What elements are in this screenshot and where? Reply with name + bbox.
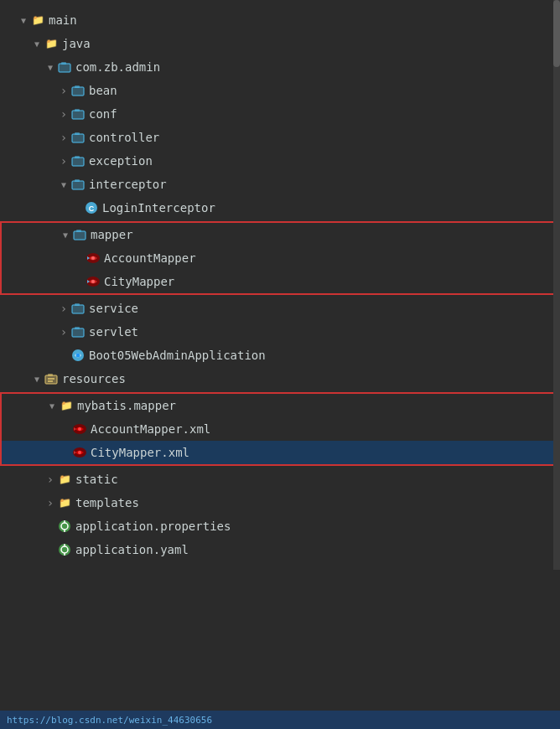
svg-rect-20 <box>74 231 86 240</box>
svg-text:C: C <box>89 204 95 213</box>
svg-rect-0 <box>59 64 70 72</box>
arrow-mybatis <box>45 401 59 411</box>
tree-item-servlet[interactable]: servlet <box>0 320 560 344</box>
arrow-java <box>30 39 44 49</box>
svg-point-41 <box>78 427 81 431</box>
svg-rect-37 <box>48 374 53 376</box>
label-accountmapper-xml: AccountMapper.xml <box>91 422 210 436</box>
tree-item-app-yaml[interactable]: application.yaml <box>0 538 560 561</box>
folder-pkg-icon-exception <box>70 153 86 168</box>
tree-item-com.zb.admin[interactable]: com.zb.admin <box>0 55 560 79</box>
folder-icon-mybatis: 📁 <box>59 398 74 413</box>
label-app-yaml: application.yaml <box>75 543 189 556</box>
bottom-bar: https://blog.csdn.net/weixin_44630656 <box>0 711 560 729</box>
tree-item-templates[interactable]: 📁 templates <box>0 491 560 514</box>
svg-rect-17 <box>75 179 80 182</box>
label-java: java <box>62 37 91 50</box>
folder-pkg-icon-service <box>70 301 86 316</box>
label-bean: bean <box>89 84 117 97</box>
folder-pkg-icon-servlet <box>70 324 86 339</box>
svg-rect-2 <box>61 62 66 65</box>
yaml-file-icon <box>57 542 72 557</box>
tree-item-mapper[interactable]: mapper <box>2 223 555 246</box>
label-interceptor: interceptor <box>89 178 167 191</box>
arrow-main <box>17 16 30 25</box>
tree-item-citymapper-xml[interactable]: CityMapper.xml <box>2 441 555 464</box>
label-citymapper: CityMapper <box>104 275 174 288</box>
folder-pkg-icon-conf <box>70 106 86 122</box>
xml-mapper-icon-account <box>72 421 87 437</box>
svg-rect-22 <box>76 230 81 232</box>
tree-item-boot05[interactable]: Boot05WebAdminApplication <box>0 344 560 367</box>
folder-pkg-icon-controller <box>70 130 86 145</box>
props-file-icon <box>57 519 72 534</box>
arrow-servlet <box>57 325 70 339</box>
label-mybatis: mybatis.mapper <box>77 399 176 412</box>
arrow-exception <box>57 154 70 168</box>
tree-item-resources[interactable]: resources <box>0 367 560 390</box>
label-accountmapper: AccountMapper <box>104 251 196 265</box>
label-controller: controller <box>89 131 159 144</box>
arrow-interceptor <box>57 180 70 189</box>
label-app-props: application.properties <box>75 520 231 533</box>
tree-item-bean[interactable]: bean <box>0 79 560 102</box>
label-conf: conf <box>89 107 117 121</box>
folder-icon-java: 📁 <box>44 36 59 51</box>
label-main: main <box>49 13 77 27</box>
svg-rect-32 <box>75 327 80 329</box>
tree-item-accountmapper-xml[interactable]: AccountMapper.xml <box>2 417 555 441</box>
folder-res-icon <box>44 371 59 386</box>
tree-item-controller[interactable]: controller <box>0 126 560 149</box>
java-class-icon-login: C <box>84 200 99 215</box>
xml-mapper-icon-city <box>72 445 87 460</box>
tree-item-java[interactable]: 📁 java <box>0 32 560 55</box>
tree-item-mybatis-mapper[interactable]: 📁 mybatis.mapper <box>2 394 555 417</box>
mapper-highlighted-box: mapper AccountMapper <box>0 221 557 295</box>
svg-rect-9 <box>72 134 84 142</box>
label-logininterceptor: LoginInterceptor <box>102 201 215 215</box>
label-mapper: mapper <box>91 228 133 241</box>
label-templates: templates <box>75 496 139 509</box>
tree-item-app-props[interactable]: application.properties <box>0 514 560 538</box>
svg-point-26 <box>91 280 95 283</box>
tree-item-accountmapper[interactable]: AccountMapper <box>2 246 555 270</box>
svg-rect-5 <box>75 85 80 88</box>
tree-item-logininterceptor[interactable]: C LoginInterceptor <box>0 196 560 220</box>
svg-rect-29 <box>75 303 80 306</box>
label-resources: resources <box>62 372 126 385</box>
tree-item-static[interactable]: 📁 static <box>0 468 560 491</box>
svg-point-34 <box>76 354 80 358</box>
folder-icon-static: 📁 <box>57 472 72 487</box>
svg-rect-30 <box>72 328 84 337</box>
svg-rect-8 <box>75 109 80 111</box>
tree-item-conf[interactable]: conf <box>0 102 560 126</box>
scrollbar[interactable] <box>553 0 560 570</box>
label-com: com.zb.admin <box>75 60 160 74</box>
label-exception: exception <box>89 154 153 168</box>
arrow-conf <box>57 107 70 121</box>
svg-rect-12 <box>72 158 84 166</box>
svg-rect-15 <box>72 181 84 189</box>
svg-rect-14 <box>75 156 80 158</box>
label-servlet: servlet <box>89 325 138 339</box>
folder-pkg-icon-bean <box>70 83 86 98</box>
tree-item-main[interactable]: 📁 main <box>0 8 560 32</box>
tree-item-citymapper[interactable]: CityMapper <box>2 270 555 293</box>
bottom-url: https://blog.csdn.net/weixin_44630656 <box>7 715 212 726</box>
arrow-com <box>44 63 57 72</box>
folder-icon-main: 📁 <box>30 13 45 28</box>
tree-item-service[interactable]: service <box>0 297 560 320</box>
file-tree: 📁 main 📁 java com.zb.admin bean conf <box>0 0 560 570</box>
mapper-java-icon-account <box>86 251 101 266</box>
folder-pkg-icon-mapper <box>72 227 87 242</box>
svg-rect-6 <box>72 111 84 119</box>
spring-app-icon <box>70 348 86 363</box>
arrow-static <box>44 473 57 486</box>
tree-item-interceptor[interactable]: interceptor <box>0 173 560 196</box>
scrollbar-thumb[interactable] <box>553 0 560 67</box>
tree-item-exception[interactable]: exception <box>0 149 560 173</box>
mybatis-highlighted-box: 📁 mybatis.mapper AccountMapper.xml <box>0 392 557 466</box>
svg-rect-3 <box>72 87 84 96</box>
arrow-resources <box>30 375 44 384</box>
arrow-service <box>57 302 70 315</box>
